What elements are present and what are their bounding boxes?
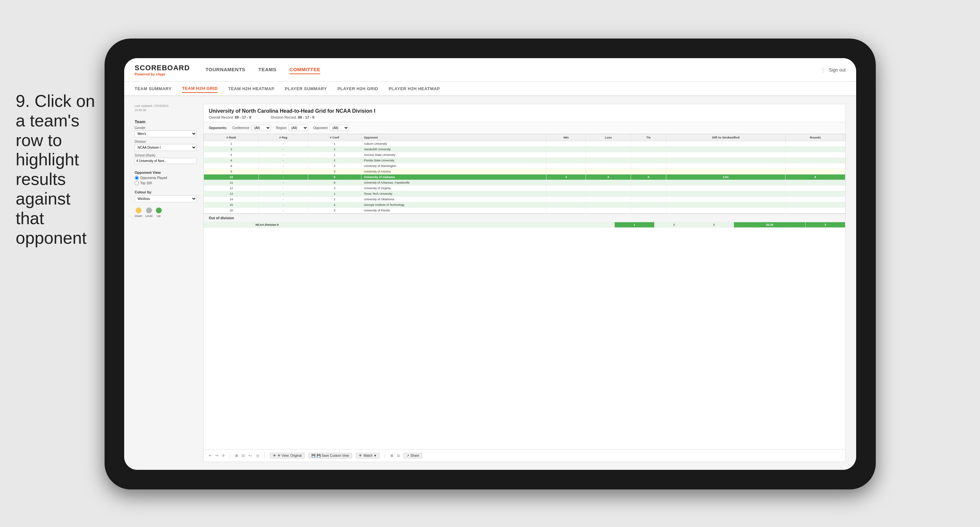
nav-teams[interactable]: TEAMS — [258, 65, 277, 74]
cell-rounds — [786, 141, 845, 147]
cell-diff — [666, 169, 786, 175]
panel-icon-btn[interactable]: ⊡ — [397, 454, 399, 457]
cell-rounds — [786, 186, 845, 191]
cell-loss: 0 — [586, 175, 631, 180]
cell-opponent: Texas Tech University — [361, 191, 546, 197]
revert-btn[interactable]: ↺ — [222, 454, 224, 457]
out-division-row[interactable]: NCAA Division II 1 0 0 26.00 3 — [204, 222, 845, 228]
cell-opponent: Arizona State University — [361, 152, 546, 158]
sub-nav-player-h2h-heatmap[interactable]: PLAYER H2H HEATMAP — [388, 85, 440, 92]
cell-conf: 5 — [308, 175, 361, 180]
table-row[interactable]: 6-2Florida State University — [204, 158, 845, 163]
cell-rank: 3 — [204, 147, 259, 152]
cell-rounds — [786, 163, 845, 169]
cell-win: 3 — [546, 175, 586, 180]
cell-rank: 4 — [204, 152, 259, 158]
cell-win — [546, 147, 586, 152]
cell-conf: 2 — [308, 147, 361, 152]
cell-loss — [586, 208, 631, 213]
col-rank: # Rank — [204, 134, 259, 141]
table-row[interactable]: 13-1Texas Tech University — [204, 191, 845, 197]
save-custom-view-btn[interactable]: 💾 💾 Save Custom View — [309, 453, 352, 459]
undo-btn[interactable]: ↩ — [209, 454, 212, 457]
cell-reg: - — [259, 208, 308, 213]
out-of-division-header: Out of division — [204, 213, 845, 222]
cell-conf: 2 — [308, 197, 361, 202]
cell-tie — [631, 163, 666, 169]
last-updated: Last Updated: 27/03/2024 16:55:38 — [135, 104, 197, 112]
watch-btn[interactable]: 👁 Watch ▼ — [356, 453, 380, 459]
cell-opponent: University of Florida — [361, 208, 546, 213]
sub-nav-player-summary[interactable]: PLAYER SUMMARY — [285, 85, 327, 92]
cell-tie — [631, 191, 666, 197]
sidebar: Last Updated: 27/03/2024 16:55:38 Team G… — [135, 104, 197, 462]
table-row[interactable]: 8-2University of Washington — [204, 163, 845, 169]
redo-btn[interactable]: ↪ — [215, 454, 218, 457]
col-rounds: Rounds — [786, 134, 845, 141]
colour-by-select[interactable]: Win/loss — [135, 195, 197, 202]
cell-tie — [631, 169, 666, 175]
out-div-diff: 26.00 — [734, 222, 805, 228]
out-div-tie: 0 — [694, 222, 734, 228]
nav-committee[interactable]: COMMITTEE — [290, 65, 321, 74]
sub-nav-team-h2h-heatmap[interactable]: TEAM H2H HEATMAP — [228, 85, 274, 92]
legend-level: Level — [145, 207, 153, 218]
out-div-conf — [237, 222, 253, 228]
top-nav: SCOREBOARD Powered by clippi TOURNAMENTS… — [124, 58, 856, 82]
cell-tie — [631, 152, 666, 158]
table-row[interactable]: 11-6University of Arkansas, Fayetteville — [204, 180, 845, 186]
cell-opponent: University of Alabama — [361, 175, 546, 180]
region-select[interactable]: (All) — [288, 125, 308, 131]
sub-nav-player-h2h-grid[interactable]: PLAYER H2H GRID — [337, 85, 378, 92]
table-row[interactable]: 14-2University of Oklahoma — [204, 197, 845, 202]
table-row[interactable]: 3-2Vanderbilt University — [204, 147, 845, 152]
nav-tournaments[interactable]: TOURNAMENTS — [205, 65, 245, 74]
table-row[interactable]: 2-1Auburn University — [204, 141, 845, 147]
radio-top100[interactable]: Top 100 — [135, 181, 197, 185]
toolbar-sep-3 — [385, 452, 385, 459]
cell-loss — [586, 191, 631, 197]
table-row[interactable]: 15-4Georgia Institute of Technology — [204, 202, 845, 208]
add-btn[interactable]: +○ — [248, 454, 252, 457]
opponent-select[interactable]: (All) — [329, 125, 349, 131]
view-original-btn[interactable]: 👁 👁 View: Original — [270, 453, 305, 459]
cell-diff — [666, 197, 786, 202]
cell-diff — [666, 158, 786, 163]
table-row[interactable]: 9-3University of Arizona — [204, 169, 845, 175]
toolbar-sep-1 — [230, 452, 230, 459]
school-input[interactable] — [135, 158, 197, 164]
time-btn[interactable]: ◷ — [256, 454, 259, 457]
cell-conf: 6 — [308, 180, 361, 186]
share-btn[interactable]: ↗ Share — [404, 453, 422, 459]
division-select[interactable]: NCAA Division I — [135, 144, 197, 151]
tablet-frame: SCOREBOARD Powered by clippi TOURNAMENTS… — [105, 38, 876, 489]
division-label: Division — [135, 140, 197, 143]
cell-conf: 1 — [308, 141, 361, 147]
conference-select[interactable]: (All) — [251, 125, 271, 131]
crop-btn[interactable]: ⊞ — [235, 454, 238, 457]
table-row[interactable]: 4-1Arizona State University — [204, 152, 845, 158]
out-div-rounds: 3 — [805, 222, 845, 228]
colour-by-title: Colour by — [135, 190, 197, 194]
legend-up-dot — [156, 207, 162, 213]
cell-diff — [666, 180, 786, 186]
sign-out-link[interactable]: Sign out — [829, 67, 846, 73]
sub-nav-team-summary[interactable]: TEAM SUMMARY — [135, 85, 172, 92]
cell-opponent: Vanderbilt University — [361, 147, 546, 152]
cell-rank: 16 — [204, 208, 259, 213]
grid-icon-btn[interactable]: ⊞ — [390, 454, 393, 457]
logo-sub: Powered by clippi — [135, 72, 190, 76]
cell-rank: 6 — [204, 158, 259, 163]
table-row[interactable]: 10-5University of Alabama3002.618 — [204, 175, 845, 180]
table-row[interactable]: 12-3University of Virginia — [204, 186, 845, 191]
gender-select[interactable]: Men's — [135, 131, 197, 137]
nav-items: TOURNAMENTS TEAMS COMMITTEE — [205, 65, 822, 74]
cell-loss — [586, 147, 631, 152]
table-row[interactable]: 16-3University of Florida — [204, 208, 845, 213]
sub-nav-team-h2h-grid[interactable]: TEAM H2H GRID — [182, 84, 218, 93]
radio-opponents-played[interactable]: Opponents Played — [135, 176, 197, 180]
cell-win — [546, 197, 586, 202]
layout-btn[interactable]: ⊡ — [242, 454, 244, 457]
cell-loss — [586, 141, 631, 147]
opponent-filter: Opponent (All) — [313, 125, 349, 131]
